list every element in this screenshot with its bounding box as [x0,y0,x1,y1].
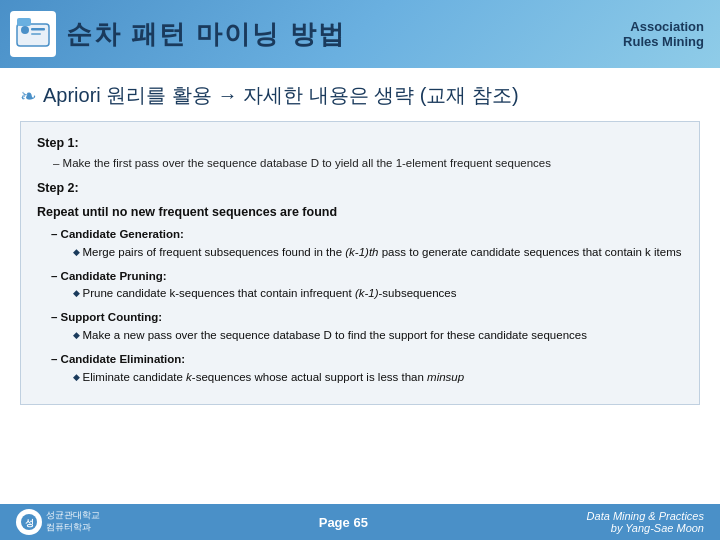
footer: 성 성균관대학교 컴퓨터학과 Page 65 Data Mining & Pra… [0,504,720,540]
subtitle-line1: Association [623,19,704,34]
section-label-3: Candidate Elimination: [51,351,683,369]
section-detail-3: Eliminate candidate k-sequences whose ac… [73,369,683,387]
header: 순차 패턴 마이닝 방법 Association Rules Mining [0,0,720,68]
footer-left: 성 성균관대학교 컴퓨터학과 [16,509,100,535]
svg-text:성: 성 [25,518,34,528]
univ-line1: 성균관대학교 [46,510,100,522]
step2-title: Step 2: [37,179,683,198]
svg-point-1 [21,26,29,34]
footer-logo-box: 성 성균관대학교 컴퓨터학과 [16,509,100,535]
section-label-0: Candidate Generation: [51,226,683,244]
apriori-bullet-icon: ❧ [20,84,37,108]
repeat-label: Repeat until no new frequent sequences a… [37,203,683,222]
footer-right: Data Mining & Practices by Yang-Sae Moon [587,510,704,534]
section-candidate-generation: Candidate Generation: Merge pairs of fre… [37,226,683,262]
section-detail-1: Prune candidate k-sequences that contain… [73,285,683,303]
step1-sub: Make the first pass over the sequence da… [53,155,683,173]
section-candidate-pruning: Candidate Pruning: Prune candidate k-seq… [37,268,683,304]
univ-line2: 컴퓨터학과 [46,522,100,534]
header-left: 순차 패턴 마이닝 방법 [10,11,346,57]
footer-univ: 성균관대학교 컴퓨터학과 [46,510,100,533]
section-detail-0: Merge pairs of frequent subsequences fou… [73,244,683,262]
main-content: ❧ Apriori 원리를 활용 → 자세한 내용은 생략 (교재 참조) St… [0,68,720,405]
svg-rect-2 [31,28,45,31]
svg-rect-4 [17,18,31,26]
section-candidate-elimination: Candidate Elimination: Eliminate candida… [37,351,683,387]
step1-title: Step 1: [37,134,683,153]
svg-rect-3 [31,33,41,35]
section-label-1: Candidate Pruning: [51,268,683,286]
subtitle-line2: Rules Mining [623,34,704,49]
algorithm-box: Step 1: Make the first pass over the seq… [20,121,700,405]
book-title: Data Mining & Practices [587,510,704,522]
author-name: by Yang-Sae Moon [587,522,704,534]
section-label-2: Support Counting: [51,309,683,327]
section-support-counting: Support Counting: Make a new pass over t… [37,309,683,345]
apriori-text: Apriori 원리를 활용 → 자세한 내용은 생략 (교재 참조) [43,82,519,109]
header-title: 순차 패턴 마이닝 방법 [66,17,346,52]
section-detail-2: Make a new pass over the sequence databa… [73,327,683,345]
footer-logo-circle: 성 [16,509,42,535]
header-logo [10,11,56,57]
header-subtitle: Association Rules Mining [623,19,704,49]
apriori-title: ❧ Apriori 원리를 활용 → 자세한 내용은 생략 (교재 참조) [20,82,700,109]
footer-page: Page 65 [319,515,368,530]
